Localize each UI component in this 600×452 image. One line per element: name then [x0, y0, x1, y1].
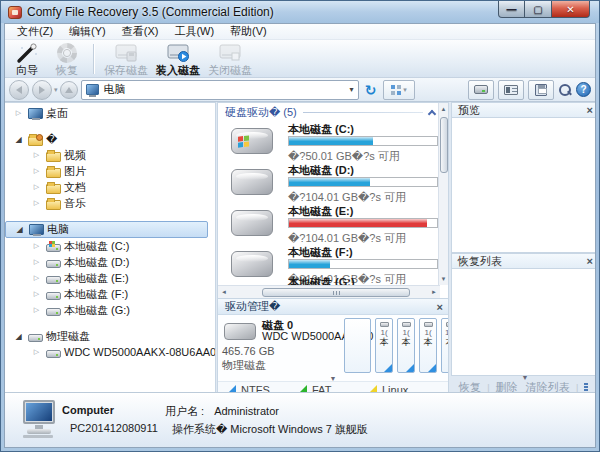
expander-icon[interactable]: ▷: [30, 199, 43, 207]
partition-drive-icon: [380, 322, 389, 327]
search-icon[interactable]: [558, 83, 572, 97]
tree-item-user-folder[interactable]: ◢ �: [5, 131, 215, 147]
expander-icon[interactable]: ◢: [12, 135, 25, 144]
view-options-button[interactable]: ▾: [383, 80, 415, 100]
expander-icon[interactable]: ▷: [30, 306, 43, 314]
partition-drive-icon: [424, 322, 433, 327]
scroll-right-icon[interactable]: ►: [428, 289, 440, 295]
system-drive-icon: [46, 244, 61, 252]
tree-item-physical-disk-model[interactable]: ▷ WDC WD5000AAKX-08U6AA0: [5, 344, 215, 360]
close-disk-button[interactable]: 关闭磁盘: [204, 42, 256, 76]
drive-item-e[interactable]: 本地磁盘 (E:) �?104.01 GB�?s 可用: [218, 204, 440, 244]
delete-action[interactable]: 删除: [492, 380, 522, 392]
os-info: 操作系统� Microsoft Windows 7 旗舰版: [172, 422, 368, 437]
menu-view[interactable]: 查看(X): [115, 23, 166, 40]
help-icon[interactable]: ?: [576, 82, 591, 97]
expander-icon[interactable]: ▷: [30, 151, 43, 159]
drive-item-d[interactable]: 本地磁盘 (D:) �?104.01 GB�?s 可用: [218, 163, 440, 203]
expander-icon[interactable]: ◢: [13, 225, 26, 234]
tree-item-videos[interactable]: ▷ 视频: [5, 147, 215, 163]
history-dropdown-icon[interactable]: ▾: [54, 86, 58, 94]
expander-icon[interactable]: ▷: [30, 167, 43, 175]
expander-icon[interactable]: ▷: [30, 242, 43, 250]
partition-box[interactable]: [344, 318, 371, 373]
drive-icon: [46, 292, 61, 300]
maximize-button[interactable]: ▢: [525, 1, 551, 18]
menu-file[interactable]: 文件(Z): [10, 23, 60, 40]
scrollbar-thumb[interactable]: [440, 117, 448, 173]
close-panel-icon[interactable]: ×: [587, 256, 593, 266]
expander-icon[interactable]: ▷: [12, 109, 25, 117]
tree-item-drive-g[interactable]: ▷ 本地磁盘 (G:): [5, 302, 215, 318]
clear-list-action[interactable]: 清除列表: [522, 380, 574, 392]
partition-box[interactable]: 1( 本: [419, 318, 437, 373]
tree-item-documents[interactable]: ▷ 文档: [5, 179, 215, 195]
collapse-icon[interactable]: [428, 110, 436, 118]
drive-icon: [46, 260, 61, 268]
tree-item-desktop[interactable]: ▷ 桌面: [5, 105, 215, 121]
close-button[interactable]: ✕: [551, 1, 590, 18]
save-disk-button[interactable]: 保存磁盘: [100, 42, 152, 76]
expander-icon[interactable]: ▷: [30, 258, 43, 266]
panels-button[interactable]: [498, 80, 524, 100]
tree-item-drive-f[interactable]: ▷ 本地磁盘 (F:): [5, 286, 215, 302]
partition-box[interactable]: 1( 本: [375, 318, 393, 373]
location-text: 电脑: [104, 82, 345, 97]
videos-folder-icon: [46, 152, 61, 162]
tree-item-music[interactable]: ▷ 音乐: [5, 195, 215, 211]
documents-folder-icon: [46, 184, 61, 194]
app-window: Comfy File Recovery 3.5 (Commercial Edit…: [0, 0, 600, 452]
scroll-up-icon[interactable]: ▲: [441, 103, 447, 115]
main-toolbar: 向导 恢复 保存磁盘: [5, 40, 595, 78]
minimize-button[interactable]: —: [498, 1, 525, 18]
list-options-icon[interactable]: [584, 383, 589, 392]
close-panel-icon[interactable]: ×: [437, 302, 443, 312]
drive-icon: [231, 210, 273, 236]
horizontal-scrollbar[interactable]: ◄ ►: [218, 285, 440, 298]
scrollbar-thumb[interactable]: [262, 288, 410, 297]
combo-dropdown-icon[interactable]: ▾: [350, 85, 354, 94]
disk-tools-button[interactable]: [468, 80, 494, 100]
app-icon: [8, 6, 22, 19]
hard-drives-group-header[interactable]: 硬盘驱动� (5): [218, 105, 440, 120]
tree-item-computer[interactable]: ◢ 电脑: [5, 221, 208, 238]
up-button[interactable]: [60, 81, 78, 99]
close-panel-icon[interactable]: ×: [587, 105, 593, 115]
menu-edit[interactable]: 编辑(Y): [62, 23, 113, 40]
panels-icon: [504, 85, 518, 95]
drive-item-c[interactable]: 本地磁盘 (C:) �?50.01 GB�?s 可用: [218, 122, 440, 162]
recover-action[interactable]: 恢复: [455, 380, 485, 392]
partition-box[interactable]: 1( 本: [397, 318, 415, 373]
tree-item-drive-d[interactable]: ▷ 本地磁盘 (D:): [5, 254, 215, 270]
expander-icon[interactable]: ▷: [30, 183, 43, 191]
refresh-button[interactable]: ↻: [362, 82, 380, 98]
expander-icon[interactable]: ▷: [30, 348, 43, 356]
tree-item-drive-c[interactable]: ▷ 本地磁盘 (C:): [5, 238, 215, 254]
menu-tools[interactable]: 工具(W): [167, 23, 221, 40]
main-area: ▷ 桌面 ◢ � ▷ 视频 ▷ 图片: [5, 102, 595, 392]
tree-item-physical-disks[interactable]: ◢ 物理磁盘: [5, 328, 215, 344]
back-button[interactable]: [9, 80, 29, 100]
expander-icon[interactable]: ◢: [12, 332, 25, 341]
preview-panel-body: [451, 118, 595, 253]
location-combobox[interactable]: 电脑 ▾: [81, 80, 359, 100]
drive-icon: [231, 169, 273, 195]
scroll-left-icon[interactable]: ◄: [218, 289, 230, 295]
forward-button[interactable]: [32, 80, 52, 100]
expander-icon[interactable]: ▷: [30, 274, 43, 282]
scroll-down-icon[interactable]: ▼: [441, 273, 447, 285]
vertical-scrollbar[interactable]: ▲ ▼: [438, 103, 448, 285]
mount-disk-button[interactable]: 装入磁盘: [152, 42, 204, 76]
partition-box[interactable]: 1C 本: [441, 318, 448, 373]
menu-help[interactable]: 帮助(V): [223, 23, 274, 40]
lifebuoy-icon: [55, 42, 79, 64]
wizard-button[interactable]: 向导: [7, 42, 47, 76]
recover-button[interactable]: 恢复: [47, 42, 87, 76]
pictures-folder-icon: [46, 168, 61, 178]
expander-icon[interactable]: ▷: [30, 290, 43, 298]
tree-item-pictures[interactable]: ▷ 图片: [5, 163, 215, 179]
tree-item-drive-e[interactable]: ▷ 本地磁盘 (E:): [5, 270, 215, 286]
save-button[interactable]: [528, 80, 554, 100]
menu-bar: 文件(Z) 编辑(Y) 查看(X) 工具(W) 帮助(V): [5, 24, 595, 40]
ntfs-legend-icon: [227, 385, 236, 392]
